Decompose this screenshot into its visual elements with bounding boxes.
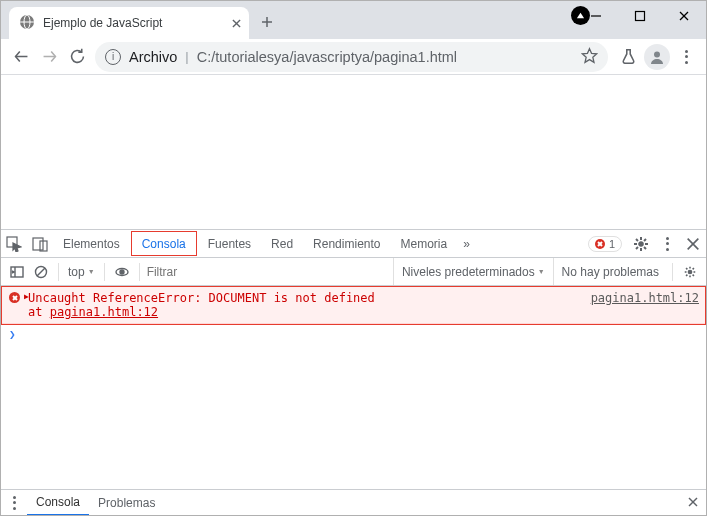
tabs-overflow-icon[interactable]: »: [457, 230, 476, 257]
device-toggle-icon[interactable]: [27, 230, 53, 257]
devtools-drawer: Consola Problemas: [1, 489, 706, 515]
devtools-menu-icon[interactable]: [654, 237, 680, 251]
inspect-icon[interactable]: [1, 230, 27, 257]
new-tab-button[interactable]: [253, 8, 281, 36]
url-scheme: Archivo: [129, 49, 177, 65]
info-icon[interactable]: i: [105, 49, 121, 65]
svg-point-39: [688, 270, 692, 274]
tab-title: Ejemplo de JavaScript: [43, 16, 232, 30]
browser-toolbar: i Archivo | C:/tutorialesya/javascriptya…: [1, 39, 706, 75]
drawer-menu-icon[interactable]: [1, 496, 27, 510]
svg-line-28: [644, 247, 646, 249]
error-message: Uncaught ReferenceError: DOCUMENT is not…: [28, 291, 408, 305]
svg-marker-4: [577, 13, 584, 18]
url-text: C:/tutorialesya/javascriptya/pagina1.htm…: [197, 49, 457, 65]
issues-link[interactable]: No hay problemas: [554, 265, 667, 279]
globe-icon: [19, 14, 35, 33]
svg-line-36: [37, 268, 45, 276]
svg-line-27: [636, 239, 638, 241]
browser-tab[interactable]: Ejemplo de JavaScript: [9, 7, 249, 39]
devtools-panel: Elementos Consola Fuentes Red Rendimient…: [1, 229, 706, 515]
console-body: ▶ Uncaught ReferenceError: DOCUMENT is n…: [1, 286, 706, 489]
drawer-tab-problemas[interactable]: Problemas: [89, 490, 164, 515]
console-toolbar: top▼ Niveles predeterminados▼ No hay pro…: [1, 258, 706, 286]
context-selector[interactable]: top▼: [68, 265, 95, 279]
devtools-close-icon[interactable]: [680, 236, 706, 252]
expand-caret-icon[interactable]: ▶: [24, 292, 29, 301]
console-prompt[interactable]: ❯: [1, 325, 706, 341]
svg-line-47: [693, 268, 694, 269]
url-separator: |: [185, 49, 188, 64]
tab-fuentes[interactable]: Fuentes: [198, 230, 261, 257]
svg-marker-14: [582, 48, 596, 62]
profile-avatar[interactable]: [644, 44, 670, 70]
svg-rect-1: [636, 12, 645, 21]
tab-close-icon[interactable]: [232, 16, 241, 31]
svg-point-38: [120, 270, 124, 274]
forward-button: [35, 43, 63, 71]
error-count-pill[interactable]: 1: [588, 236, 622, 252]
svg-line-46: [686, 274, 687, 275]
drawer-close-icon[interactable]: [680, 496, 706, 510]
bookmark-star-icon[interactable]: [581, 47, 598, 67]
error-count: 1: [609, 238, 615, 250]
back-button[interactable]: [7, 43, 35, 71]
svg-marker-17: [13, 243, 21, 252]
clear-console-icon[interactable]: [29, 265, 53, 279]
console-filter-input[interactable]: [145, 264, 387, 280]
svg-line-29: [636, 247, 638, 249]
error-stack: at pagina1.html:12: [28, 305, 408, 319]
window-close-button[interactable]: [662, 1, 706, 31]
error-icon: [9, 292, 20, 303]
svg-line-44: [686, 268, 687, 269]
tab-elementos[interactable]: Elementos: [53, 230, 130, 257]
drawer-tab-consola[interactable]: Consola: [27, 491, 89, 516]
svg-point-22: [639, 241, 643, 245]
settings-gear-icon[interactable]: [628, 236, 654, 252]
labs-icon[interactable]: [614, 43, 642, 71]
tab-memoria[interactable]: Memoria: [390, 230, 457, 257]
restore-down-indicator: [571, 6, 590, 25]
address-bar[interactable]: i Archivo | C:/tutorialesya/javascriptya…: [95, 42, 608, 72]
svg-point-15: [654, 51, 660, 57]
console-error-row[interactable]: ▶ Uncaught ReferenceError: DOCUMENT is n…: [2, 287, 705, 324]
console-sidebar-toggle-icon[interactable]: [5, 265, 29, 279]
tab-red[interactable]: Red: [261, 230, 303, 257]
page-content: [1, 75, 706, 229]
reload-button[interactable]: [63, 43, 91, 71]
svg-line-45: [693, 274, 694, 275]
devtools-tabs: Elementos Consola Fuentes Red Rendimient…: [1, 230, 706, 258]
tab-consola[interactable]: Consola: [131, 231, 197, 256]
log-levels-selector[interactable]: Niveles predeterminados▼: [393, 258, 554, 285]
live-expression-icon[interactable]: [110, 265, 134, 279]
svg-rect-18: [33, 238, 43, 250]
tab-rendimiento[interactable]: Rendimiento: [303, 230, 390, 257]
console-settings-gear-icon[interactable]: [678, 265, 702, 279]
browser-menu-button[interactable]: [672, 50, 700, 64]
svg-line-30: [644, 239, 646, 241]
window-maximize-button[interactable]: [618, 1, 662, 31]
error-source-link[interactable]: pagina1.html:12: [591, 291, 699, 319]
